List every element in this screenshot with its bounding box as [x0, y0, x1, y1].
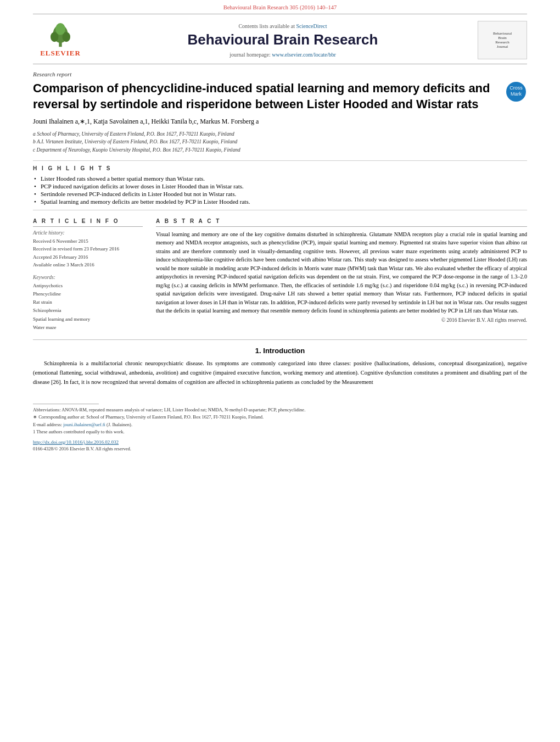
article-info-column: A R T I C L E I N F O Article history: R…: [33, 218, 143, 332]
section-number: 1. Introduction: [33, 347, 527, 355]
elsevier-brand-text: ELSEVIER: [40, 49, 81, 58]
journal-homepage-link[interactable]: www.elsevier.com/locate/bbr: [272, 52, 336, 58]
science-direct-anchor[interactable]: ScienceDirect: [296, 23, 327, 29]
highlights-title: H I G H L I G H T S: [33, 165, 527, 171]
highlight-item: Spatial learning and memory deficits are…: [33, 198, 527, 205]
journal-homepage[interactable]: journal homepage: www.elsevier.com/locat…: [88, 52, 478, 58]
highlight-item: Sertindole reversed PCP-induced deficits…: [33, 190, 527, 198]
highlights-section: H I G H L I G H T S Lister Hooded rats s…: [33, 160, 527, 210]
two-column-area: A R T I C L E I N F O Article history: R…: [33, 218, 527, 332]
science-direct-link[interactable]: Contents lists available at ScienceDirec…: [88, 23, 478, 29]
abstract-title: A B S T R A C T: [156, 218, 527, 227]
doi-line[interactable]: http://dx.doi.org/10.1016/j.bbr.2016.02.…: [33, 439, 527, 445]
highlights-list: Lister Hooded rats showed a better spati…: [33, 175, 527, 205]
abstract-copyright: © 2016 Elsevier B.V. All rights reserved…: [156, 317, 527, 323]
highlight-item: Lister Hooded rats showed a better spati…: [33, 175, 527, 182]
crossmark-badge: Cross Mark: [505, 81, 527, 103]
abstract-text: Visual learning and memory are one of th…: [156, 230, 527, 315]
article-info-dates: Received 6 November 2015 Received in rev…: [33, 237, 143, 269]
journal-header: ELSEVIER Contents lists available at Sci…: [33, 15, 527, 63]
journal-right-logo: BehaviouralBrainResearchJournal: [478, 21, 527, 59]
email-footnote: E-mail address: jouni.ihalainen@uef.fi (…: [33, 421, 527, 429]
affiliation-c: c Department of Neurology, Kuopio Univer…: [33, 146, 527, 154]
abbreviations-footnote: Abbreviations: ANOVA-RM, repeated measur…: [33, 406, 527, 414]
article-info-title: A R T I C L E I N F O: [33, 218, 143, 227]
journal-title-area: Contents lists available at ScienceDirec…: [88, 23, 478, 58]
article-history-label: Article history:: [33, 230, 143, 236]
journal-citation-bar: Behavioural Brain Research 305 (2016) 14…: [33, 0, 527, 13]
introduction-section: 1. Introduction Schizophrenia is a multi…: [33, 347, 527, 387]
keywords-label: Keywords:: [33, 275, 143, 280]
footnotes-area: Abbreviations: ANOVA-RM, repeated measur…: [33, 404, 527, 451]
email-link[interactable]: jouni.ihalainen@uef.fi: [63, 422, 105, 427]
article-title-area: Comparison of phencyclidine-induced spat…: [33, 81, 527, 112]
abstract-column: A B S T R A C T Visual learning and memo…: [156, 218, 527, 332]
keywords-list: Antipsychotics Phencyclidine Rat strain …: [33, 282, 143, 332]
article-title: Comparison of phencyclidine-induced spat…: [33, 81, 505, 112]
equal-contrib-footnote: 1 These authors contributed equally to t…: [33, 428, 527, 436]
doi-link[interactable]: http://dx.doi.org/10.1016/j.bbr.2016.02.…: [33, 439, 119, 445]
intro-paragraph: Schizophrenia is a multifactorial chroni…: [33, 359, 527, 387]
corresponding-footnote: ∗ Corresponding author at: School of Pha…: [33, 414, 527, 421]
copyright-line: 0166-4328/© 2016 Elsevier B.V. All right…: [33, 446, 527, 451]
svg-text:Mark: Mark: [511, 91, 522, 97]
elsevier-logo: ELSEVIER: [33, 21, 88, 59]
affiliations: a School of Pharmacy, University of East…: [33, 130, 527, 154]
affiliation-a: a School of Pharmacy, University of East…: [33, 130, 527, 138]
journal-citation-text: Behavioural Brain Research 305 (2016) 14…: [223, 4, 337, 10]
svg-point-4: [55, 23, 65, 35]
journal-main-title: Behavioural Brain Research: [88, 31, 478, 48]
highlight-item: PCP induced navigation deficits at lower…: [33, 182, 527, 190]
affiliation-b: b A.I. Virtanen Institute, University of…: [33, 138, 527, 146]
footnotes: Abbreviations: ANOVA-RM, repeated measur…: [33, 406, 527, 436]
section-label: Research report: [33, 71, 527, 77]
authors: Jouni Ihalainen a,∗,1, Katja Savolainen …: [33, 118, 527, 126]
svg-text:Cross: Cross: [509, 85, 523, 91]
